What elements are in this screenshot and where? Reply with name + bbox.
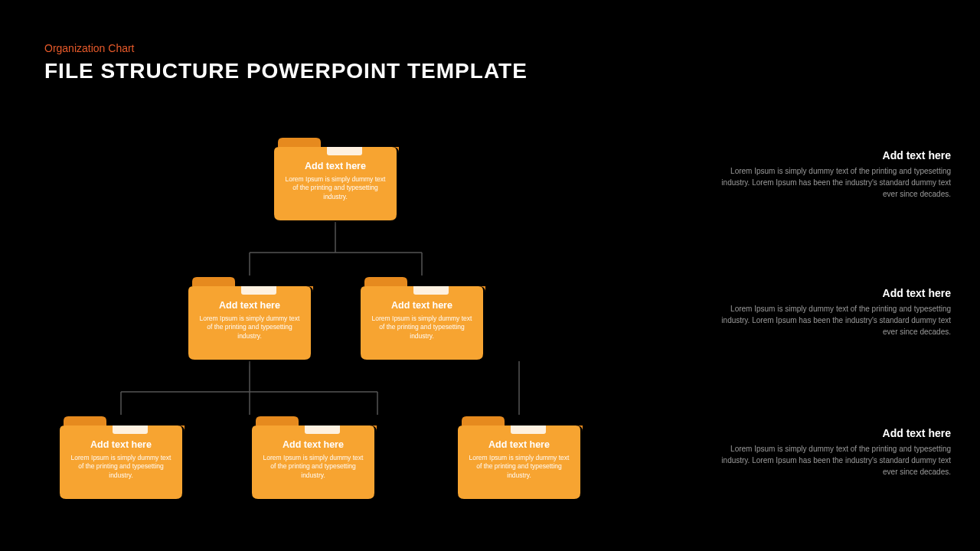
folder-body: Lorem Ipsum is simply dummy text of the …: [260, 454, 366, 480]
sidebar-body: Lorem Ipsum is simply dummy text of the …: [706, 443, 951, 478]
sidebar-body: Lorem Ipsum is simply dummy text of the …: [706, 303, 951, 337]
sidebar-title: Add text here: [706, 287, 951, 299]
folder-title: Add text here: [369, 300, 475, 311]
sidebar-body: Lorem Ipsum is simply dummy text of the …: [706, 165, 951, 200]
folder-body: Lorem Ipsum is simply dummy text of the …: [466, 454, 572, 480]
folder-body: Lorem Ipsum is simply dummy text of the …: [283, 175, 388, 201]
folder-title: Add text here: [466, 439, 572, 450]
slide-header: Organization Chart FILE STRUCTURE POWERP…: [44, 42, 528, 83]
sidebar-title: Add text here: [706, 427, 951, 439]
folder-title: Add text here: [283, 161, 388, 171]
folder-mid-right: Add text here Lorem Ipsum is simply dumm…: [358, 277, 485, 361]
sidebar-block-2: Add text here Lorem Ipsum is simply dumm…: [706, 287, 951, 337]
sidebar-block-3: Add text here Lorem Ipsum is simply dumm…: [706, 427, 951, 478]
folder-mid-left: Add text here Lorem Ipsum is simply dumm…: [186, 277, 313, 361]
folder-bot-left: Add text here Lorem Ipsum is simply dumm…: [57, 416, 185, 500]
slide-subtitle: Organization Chart: [44, 42, 528, 54]
folder-title: Add text here: [197, 300, 302, 311]
folder-top: Add text here Lorem Ipsum is simply dumm…: [272, 138, 399, 222]
org-chart: Add text here Lorem Ipsum is simply dumm…: [44, 122, 626, 536]
folder-body: Lorem Ipsum is simply dummy text of the …: [68, 454, 174, 480]
folder-bot-right: Add text here Lorem Ipsum is simply dumm…: [456, 416, 583, 500]
sidebar-block-1: Add text here Lorem Ipsum is simply dumm…: [706, 149, 951, 200]
folder-body: Lorem Ipsum is simply dummy text of the …: [197, 315, 302, 341]
folder-title: Add text here: [260, 439, 366, 450]
folder-bot-center: Add text here Lorem Ipsum is simply dumm…: [250, 416, 377, 500]
sidebar-title: Add text here: [706, 149, 951, 161]
folder-body: Lorem Ipsum is simply dummy text of the …: [369, 315, 475, 341]
folder-title: Add text here: [68, 439, 174, 450]
slide-title: FILE STRUCTURE POWERPOINT TEMPLATE: [44, 59, 528, 83]
